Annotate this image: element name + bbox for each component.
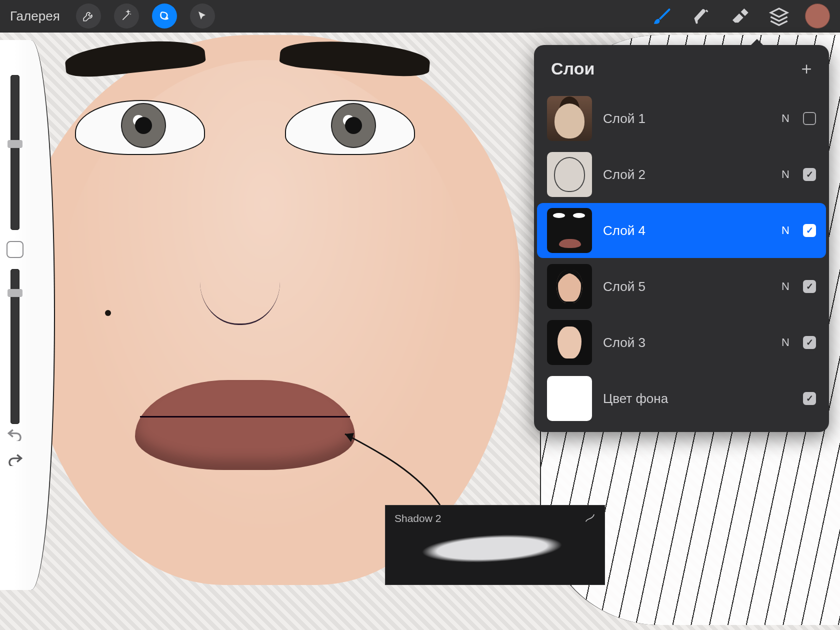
layer-name-label: Слой 1 [603, 111, 768, 126]
layers-icon[interactable] [766, 3, 792, 29]
layer-thumbnail [547, 264, 592, 309]
layer-visibility-checkbox[interactable] [803, 392, 816, 405]
brush-opacity-slider[interactable] [10, 269, 20, 424]
eraser-icon[interactable] [727, 3, 753, 29]
layer-visibility-checkbox[interactable] [803, 112, 816, 125]
top-toolbar: Галерея [0, 0, 840, 32]
layer-visibility-checkbox[interactable] [803, 280, 816, 293]
layers-panel-title: Слои [551, 59, 594, 78]
brush-icon[interactable] [649, 3, 675, 29]
layer-name-label: Слой 2 [603, 167, 768, 182]
layer-name-label: Слой 3 [603, 335, 768, 350]
brush-size-slider[interactable] [10, 75, 20, 230]
layer-thumbnail [547, 320, 592, 365]
blend-mode-label[interactable]: N [779, 280, 792, 293]
layer-row[interactable]: Слой 5 N [537, 259, 826, 314]
layer-thumbnail [547, 208, 592, 253]
layer-name-label: Слой 4 [603, 223, 768, 238]
undo-icon[interactable] [6, 427, 24, 441]
blend-mode-label[interactable]: N [779, 336, 792, 349]
layer-visibility-checkbox[interactable] [803, 224, 816, 237]
smudge-icon[interactable] [688, 3, 714, 29]
gallery-button[interactable]: Галерея [10, 8, 60, 24]
layer-row[interactable]: Слой 3 N [537, 315, 826, 370]
layer-row[interactable]: Слой 1 N [537, 91, 826, 146]
layer-name-label: Слой 5 [603, 279, 768, 294]
layer-thumbnail [547, 152, 592, 197]
brush-stroke-preview [394, 524, 590, 574]
brush-preview-card[interactable]: Shadow 2 [385, 505, 605, 585]
blend-mode-label[interactable]: N [779, 224, 792, 237]
add-layer-button[interactable]: ＋ [798, 57, 815, 80]
blend-mode-label[interactable]: N [779, 168, 792, 181]
layer-row[interactable]: Слой 2 N [537, 147, 826, 202]
artwork-lips [135, 380, 355, 470]
brush-stroke-icon [584, 512, 596, 524]
layer-thumbnail [547, 96, 592, 141]
wrench-icon[interactable] [76, 4, 101, 28]
pointer-icon[interactable] [190, 4, 215, 28]
layer-row-background[interactable]: Цвет фона [537, 371, 826, 426]
layer-visibility-checkbox[interactable] [803, 168, 816, 181]
left-sidebar [0, 75, 30, 424]
layer-name-label: Цвет фона [603, 391, 768, 406]
blend-mode-label[interactable]: N [779, 112, 792, 125]
layer-visibility-checkbox[interactable] [803, 336, 816, 349]
wand-icon[interactable] [114, 4, 139, 28]
layer-thumbnail [547, 376, 592, 421]
brush-name-label: Shadow 2 [394, 512, 596, 524]
redo-icon[interactable] [6, 452, 24, 466]
selection-icon[interactable] [152, 4, 177, 28]
layers-panel: Слои ＋ Слой 1 N Слой 2 N Слой 4 N Слой 5… [534, 45, 829, 432]
modify-button[interactable] [6, 241, 24, 258]
color-swatch[interactable] [805, 4, 830, 28]
layer-row[interactable]: Слой 4 N [537, 203, 826, 258]
